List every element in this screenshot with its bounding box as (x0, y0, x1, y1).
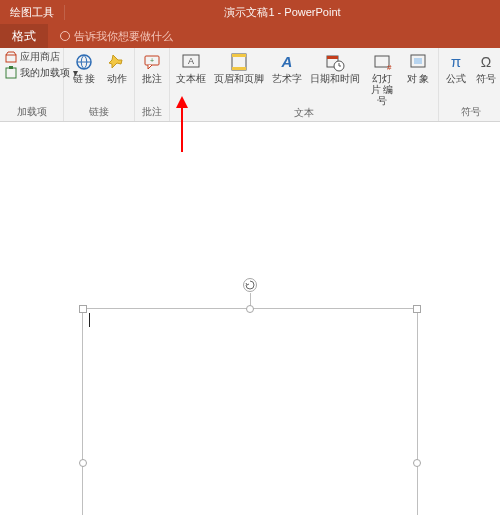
document-title: 演示文稿1 - PowerPoint (65, 5, 500, 20)
header-footer-button[interactable]: 页眉和页脚 (212, 50, 266, 84)
group-text: A 文本框 页眉和页脚 A 艺术字 日期和时间 # 幻灯片 编号 对 象 (170, 48, 439, 121)
datetime-icon (325, 52, 345, 72)
datetime-button[interactable]: 日期和时间 (308, 50, 362, 84)
svg-rect-0 (6, 55, 16, 62)
text-cursor (89, 313, 90, 327)
comment-icon: + (142, 52, 162, 72)
comment-button[interactable]: + 批注 (139, 50, 165, 84)
object-icon (408, 52, 428, 72)
wordart-button[interactable]: A 艺术字 (270, 50, 304, 84)
slidenumber-button[interactable]: # 幻灯片 编号 (366, 50, 398, 106)
textbox-icon: A (181, 52, 201, 72)
header-footer-icon (229, 52, 249, 72)
resize-handle-r[interactable] (413, 459, 421, 467)
svg-rect-10 (232, 67, 246, 70)
slide-canvas[interactable] (0, 122, 500, 515)
textbox-button[interactable]: A 文本框 (174, 50, 208, 84)
group-label-addins: 加载项 (4, 105, 59, 121)
rotate-handle[interactable] (243, 278, 257, 292)
svg-rect-9 (232, 54, 246, 57)
equation-button[interactable]: π 公式 (443, 50, 469, 84)
resize-handle-l[interactable] (79, 459, 87, 467)
group-addins: 应用商店 我的加载项 ▾ 加载项 (0, 48, 64, 121)
addins-icon (4, 66, 18, 80)
group-links: 链 接 动作 链接 (64, 48, 135, 121)
svg-text:A: A (281, 53, 293, 70)
svg-rect-1 (6, 68, 16, 78)
ribbon: 应用商店 我的加载项 ▾ 加载项 链 接 动作 链接 (0, 48, 500, 122)
svg-text:A: A (188, 56, 194, 66)
svg-rect-13 (327, 56, 338, 59)
resize-handle-t[interactable] (246, 305, 254, 313)
wordart-icon: A (277, 52, 297, 72)
link-button[interactable]: 链 接 (68, 50, 100, 84)
context-tab-label: 绘图工具 (0, 5, 65, 20)
svg-text:#: # (387, 63, 392, 72)
action-button[interactable]: 动作 (104, 50, 130, 84)
slidenumber-icon: # (372, 52, 392, 72)
action-icon (107, 52, 127, 72)
tell-me-placeholder: 告诉我你想要做什么 (74, 29, 173, 44)
tell-me-search[interactable]: 告诉我你想要做什么 (48, 29, 173, 44)
group-label-text: 文本 (174, 106, 434, 122)
group-label-symbols: 符号 (443, 105, 499, 121)
link-icon (74, 52, 94, 72)
group-label-comments: 批注 (139, 105, 165, 121)
equation-icon: π (446, 52, 466, 72)
store-icon (4, 50, 18, 64)
tab-format[interactable]: 格式 (0, 24, 48, 48)
symbol-button[interactable]: Ω 符号 (473, 50, 499, 84)
resize-handle-tl[interactable] (79, 305, 87, 313)
text-box-shape[interactable] (82, 308, 418, 515)
ribbon-tabbar: 格式 告诉我你想要做什么 (0, 24, 500, 48)
title-bar: 绘图工具 演示文稿1 - PowerPoint (0, 0, 500, 24)
resize-handle-tr[interactable] (413, 305, 421, 313)
object-button[interactable]: 对 象 (402, 50, 434, 84)
group-symbols: π 公式 Ω 符号 符号 (439, 48, 500, 121)
svg-rect-18 (414, 58, 422, 64)
svg-rect-2 (9, 66, 13, 69)
lightbulb-icon (60, 31, 70, 41)
group-label-links: 链接 (68, 105, 130, 121)
svg-text:Ω: Ω (481, 54, 491, 70)
svg-text:π: π (451, 53, 461, 70)
store-button[interactable]: 应用商店 (4, 50, 60, 64)
svg-text:+: + (150, 57, 154, 64)
rotate-icon (245, 280, 255, 290)
group-comments: + 批注 批注 (135, 48, 170, 121)
symbol-icon: Ω (476, 52, 496, 72)
